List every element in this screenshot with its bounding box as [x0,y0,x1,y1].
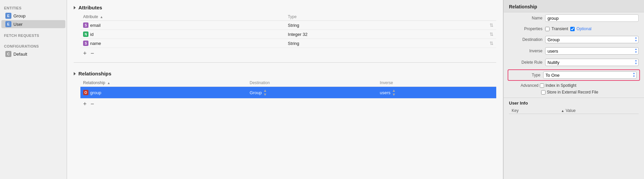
sidebar-item-group[interactable]: E Group [1,12,65,20]
rel-name-group: group [90,90,101,95]
attr-badge-email: S [83,22,88,28]
user-info-table: Key ▲ Value [509,108,639,114]
sidebar-item-user[interactable]: E User [1,20,65,28]
main-content: Attributes Attribute ▲ Type S email Stri [67,0,503,179]
section-divider [74,62,496,63]
attr-name-name: name [90,41,101,46]
relationships-section-header: Relationships [74,66,496,79]
rel-name-cell: O group [80,87,247,99]
attr-stepper-email: ⇅ [486,21,496,30]
relationships-title: Relationships [78,71,111,76]
advanced-label: Advanced [509,83,538,88]
inverse-label: Inverse [509,49,542,53]
store-external-row: Store in External Record File [509,90,598,95]
default-badge: C [5,51,11,57]
optional-label: Optional [577,26,592,31]
table-row[interactable]: O group Group ▲▼ users ▲▼ [80,87,496,99]
delete-rule-label: Delete Rule [509,60,542,65]
table-row[interactable]: S email String ⇅ [80,21,496,30]
rel-col-relationship: Relationship ▲ [80,79,247,87]
remove-attribute-button[interactable]: − [90,50,94,57]
index-spotlight-checkbox[interactable] [540,83,544,88]
group-badge: E [5,13,11,19]
destination-row: Destination Group User ▲▼ [504,34,644,45]
configurations-section-label: CONFIGURATIONS [0,42,67,50]
sidebar-item-group-label: Group [13,13,25,18]
attributes-title: Attributes [78,5,102,10]
remove-relationship-button[interactable]: − [90,101,94,107]
entities-section-label: ENTITIES [0,3,67,11]
attr-stepper-name: ⇅ [486,39,496,48]
type-highlight-container: Type To One To Many ▲▼ [504,69,644,81]
sidebar-item-default[interactable]: C Default [1,50,65,58]
attr-type-id: Integer 32 [285,30,486,39]
sort-icon: ▲ [561,109,564,113]
inverse-select-wrapper: users groups ▲▼ [545,47,639,55]
right-panel: Relationship Name Properties Transient O… [503,0,644,179]
user-info-title: User Info [509,101,639,106]
optional-checkbox[interactable] [570,27,575,31]
attr-col-attribute: Attribute ▲ [80,13,285,21]
store-external-checkbox[interactable] [541,90,545,95]
attr-name-cell: S name [80,39,285,48]
table-row[interactable]: N id Integer 32 ⇅ [80,30,496,39]
user-info-section: User Info Key ▲ Value [504,98,644,117]
rel-dest-group: Group ▲▼ [247,87,377,99]
inverse-row: Inverse users groups ▲▼ [504,45,644,57]
attr-name-cell: N id [80,30,285,39]
transient-checkbox[interactable] [545,27,550,31]
user-badge: E [5,21,11,27]
relationships-triangle[interactable] [74,72,76,75]
value-col-header: ▲ Value [558,108,639,114]
name-row: Name [504,12,644,24]
rel-sort-arrow: ▲ [107,81,110,85]
attr-badge-id: N [83,32,88,37]
destination-select-wrapper: Group User ▲▼ [545,36,639,43]
rel-dest-stepper: ▲▼ [263,88,267,97]
type-select[interactable]: To One To Many [543,71,637,79]
attributes-table: Attribute ▲ Type S email String ⇅ [80,13,496,48]
advanced-header-row: Advanced Index in Spotlight [509,83,576,88]
transient-label: Transient [552,26,568,31]
sidebar-item-default-label: Default [13,52,27,57]
name-label: Name [509,16,542,20]
index-spotlight-label: Index in Spotlight [545,83,576,88]
destination-label: Destination [509,37,542,42]
rel-stepper-cell [486,87,496,99]
properties-checkboxes: Transient Optional [545,26,591,31]
rel-badge-group: O [83,90,88,95]
type-highlight-box: Type To One To Many ▲▼ [508,69,640,81]
rel-col-inverse: Inverse [377,79,486,87]
sidebar-item-user-label: User [13,22,22,27]
inverse-select[interactable]: users groups [545,47,639,55]
add-relationship-button[interactable]: + [83,101,87,107]
rel-inv-stepper: ▲▼ [392,88,396,97]
attributes-triangle[interactable] [74,6,76,9]
attr-stepper-id: ⇅ [486,30,496,39]
attributes-actions: + − [80,48,496,59]
key-col-header: Key [509,108,558,114]
attr-type-email: String [285,21,486,30]
name-input[interactable] [545,14,639,22]
attr-type-name: String [285,39,486,48]
relationships-table: Relationship ▲ Destination Inverse O gro… [80,79,496,99]
properties-row: Properties Transient Optional [504,24,644,34]
destination-select[interactable]: Group User [545,36,639,43]
advanced-section: Advanced Index in Spotlight Store in Ext… [509,82,639,96]
relationships-actions: + − [80,99,496,110]
delete-rule-select-wrapper: Nullify No Action Cascade Deny ▲▼ [545,59,639,66]
rel-col-destination: Destination [247,79,377,87]
store-external-label: Store in External Record File [547,90,598,95]
delete-rule-row: Delete Rule Nullify No Action Cascade De… [504,57,644,68]
sidebar: ENTITIES E Group E User FETCH REQUESTS C… [0,0,67,179]
fetch-requests-section-label: FETCH REQUESTS [0,31,67,39]
delete-rule-select[interactable]: Nullify No Action Cascade Deny [545,59,639,66]
type-label: Type [511,73,540,77]
attr-col-type: Type [285,13,486,21]
attr-name-email: email [90,23,101,28]
table-row[interactable]: S name String ⇅ [80,39,496,48]
attr-sort-arrow: ▲ [100,15,103,19]
attr-name-id: id [90,32,93,37]
add-attribute-button[interactable]: + [83,50,87,57]
type-select-wrapper: To One To Many ▲▼ [543,71,637,79]
